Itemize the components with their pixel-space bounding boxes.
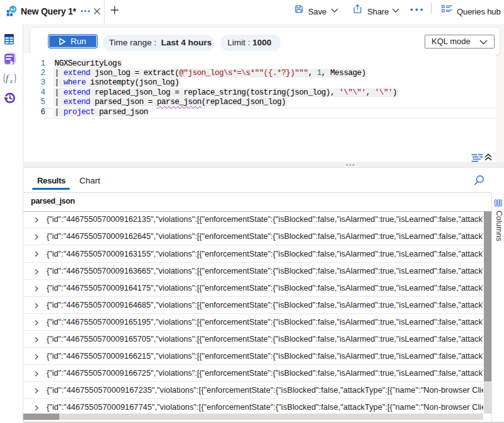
svg-text:x: x bbox=[9, 78, 13, 84]
